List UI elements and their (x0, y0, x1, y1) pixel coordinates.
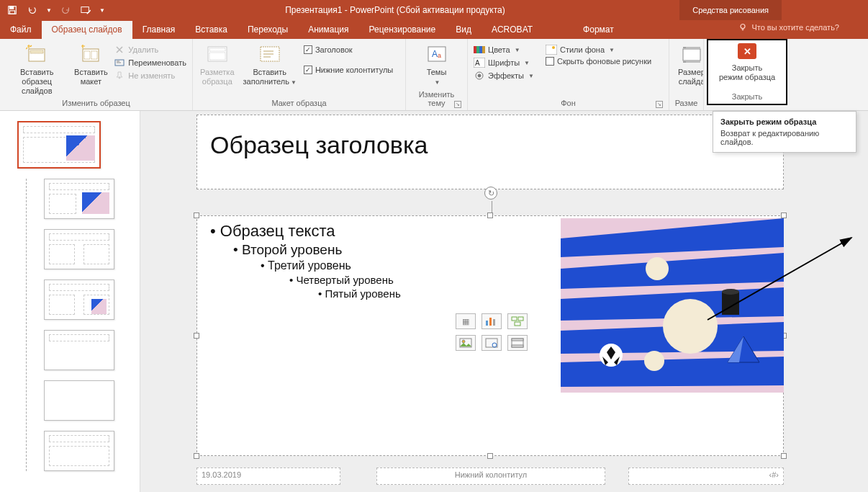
ribbon-tabs: Файл Образец слайдов Главная Вставка Пер… (0, 20, 868, 39)
rename-button[interactable]: Переименовать (112, 56, 188, 69)
footers-checkbox[interactable]: Нижние колонтитулы (302, 65, 394, 75)
svg-text:A: A (432, 49, 438, 59)
effects-icon (474, 70, 485, 81)
preserve-button[interactable]: Не изменять (112, 69, 188, 82)
close-master-view-button[interactable]: ✕ Закрыть режим образца Закрыть (707, 39, 787, 105)
dialog-launcher-icon[interactable]: ↘ (454, 101, 461, 108)
effects-button[interactable]: Эффекты▼ (472, 69, 535, 82)
selection-handle[interactable] (487, 453, 493, 459)
chevron-down-icon: ▼ (607, 47, 615, 53)
fonts-icon: A (474, 57, 485, 68)
tab-insert[interactable]: Вставка (185, 21, 238, 39)
insert-online-picture-icon[interactable] (482, 335, 502, 351)
background-styles-button[interactable]: Стили фона▼ (544, 43, 653, 56)
title-placeholder[interactable]: Образец заголовка (196, 115, 784, 189)
window-title: Презентация1 - PowerPoint (Сбой активаци… (111, 5, 679, 15)
undo-button[interactable] (26, 4, 39, 17)
fonts-button[interactable]: A Шрифты▼ (472, 56, 535, 69)
svg-rect-2 (10, 11, 15, 14)
themes-icon: Aa (425, 43, 448, 66)
selection-handle[interactable] (194, 453, 199, 459)
tab-animation[interactable]: Анимация (298, 21, 358, 39)
slide-size-button[interactable]: Размер слайда (674, 42, 704, 86)
thumbnail-panel[interactable] (0, 111, 140, 492)
title-checkbox[interactable]: Заголовок (302, 45, 394, 55)
insert-placeholder-button[interactable]: Вставить заполнитель▼ (240, 42, 299, 86)
insert-layout-button[interactable]: Вставить макет (72, 42, 109, 86)
slide-canvas[interactable]: Образец заголовка ↻ Образец текста Второ… (140, 111, 868, 492)
colors-button[interactable]: Цвета▼ (472, 43, 535, 56)
selection-handle[interactable] (781, 453, 787, 459)
master-layout-icon (206, 43, 229, 66)
selection-handle[interactable] (194, 213, 199, 218)
svg-rect-21 (479, 46, 482, 53)
tooltip-body: Возврат к редактированию слайдов. (720, 129, 819, 146)
titlebar: ▼ ▼ Презентация1 - PowerPoint (Сбой акти… (0, 0, 868, 20)
svg-rect-33 (512, 317, 517, 321)
insert-picture-icon[interactable] (456, 335, 476, 351)
content-type-icons: ▦ (456, 313, 535, 351)
layout-thumbnail[interactable] (44, 330, 114, 370)
svg-rect-19 (474, 46, 476, 53)
slide-number-placeholder[interactable]: ‹#› (628, 468, 784, 485)
checkbox-icon (304, 66, 312, 74)
undo-dropdown-icon[interactable]: ▼ (46, 7, 52, 14)
svg-rect-12 (208, 47, 227, 61)
insert-video-icon[interactable] (507, 335, 528, 351)
insert-chart-icon[interactable] (482, 313, 502, 329)
group-label-close: Закрыть (732, 92, 762, 104)
tab-transitions[interactable]: Переходы (238, 21, 298, 39)
layout-thumbnail[interactable] (44, 279, 114, 320)
svg-point-51 (644, 351, 664, 371)
qat-customize-icon[interactable]: ▼ (99, 7, 105, 14)
layout-thumbnail[interactable] (44, 431, 114, 471)
group-label-master-layout: Макет образца (197, 97, 401, 110)
layout-thumbnail[interactable] (44, 380, 114, 421)
insert-table-icon[interactable]: ▦ (456, 313, 476, 329)
hide-background-checkbox[interactable]: Скрыть фоновые рисунки (544, 56, 653, 66)
layout-thumbnail[interactable] (44, 179, 114, 219)
slide-size-icon (680, 43, 703, 66)
tell-me-search[interactable]: Что вы хотите сделать? (738, 23, 839, 32)
slide-master-editor[interactable]: Образец заголовка ↻ Образец текста Второ… (196, 115, 787, 489)
master-layout-button[interactable]: Разметка образца (197, 42, 238, 86)
layout-icon (79, 43, 102, 66)
title-text: Образец заголовка (210, 131, 770, 159)
insert-slide-master-button[interactable]: Вставить образец слайдов (4, 42, 69, 97)
tab-file[interactable]: Файл (0, 21, 42, 39)
placeholder-icon (258, 43, 281, 66)
svg-rect-41 (512, 339, 523, 341)
start-from-beginning-button[interactable] (79, 4, 92, 17)
tab-format[interactable]: Формат (573, 21, 624, 39)
svg-rect-6 (30, 50, 43, 53)
insert-smartart-icon[interactable] (507, 313, 528, 329)
delete-button[interactable]: Удалить (112, 43, 188, 56)
themes-button[interactable]: Aa Темы▼ (419, 42, 455, 86)
master-slide-thumbnail[interactable] (17, 121, 101, 169)
footer-placeholder[interactable]: Нижний колонтитул (376, 468, 605, 485)
tab-review[interactable]: Рецензирование (359, 21, 446, 39)
svg-rect-27 (546, 45, 557, 55)
svg-rect-35 (515, 322, 520, 326)
rotation-handle[interactable]: ↻ (484, 187, 499, 213)
chevron-down-icon: ▼ (289, 79, 297, 86)
save-button[interactable] (6, 4, 19, 17)
preserve-icon (114, 70, 125, 81)
layout-thumbnail[interactable] (44, 229, 114, 269)
redo-button[interactable] (59, 4, 72, 17)
selection-handle[interactable] (194, 333, 199, 339)
svg-point-39 (492, 343, 497, 347)
selection-handle[interactable] (487, 213, 493, 218)
tooltip-title: Закрыть режим образца (720, 117, 849, 126)
tab-acrobat[interactable]: ACROBAT (482, 21, 543, 39)
colors-icon (474, 44, 485, 55)
selection-handle[interactable] (781, 213, 787, 218)
dialog-launcher-icon[interactable]: ↘ (656, 101, 663, 108)
group-label-size: Разме (674, 97, 699, 110)
svg-point-49 (663, 299, 718, 354)
slide-master-icon (25, 43, 48, 66)
tab-view[interactable]: Вид (446, 21, 482, 39)
date-placeholder[interactable]: 19.03.2019 (196, 468, 340, 485)
tab-home[interactable]: Главная (132, 21, 186, 39)
tab-slide-master[interactable]: Образец слайдов (42, 21, 132, 39)
